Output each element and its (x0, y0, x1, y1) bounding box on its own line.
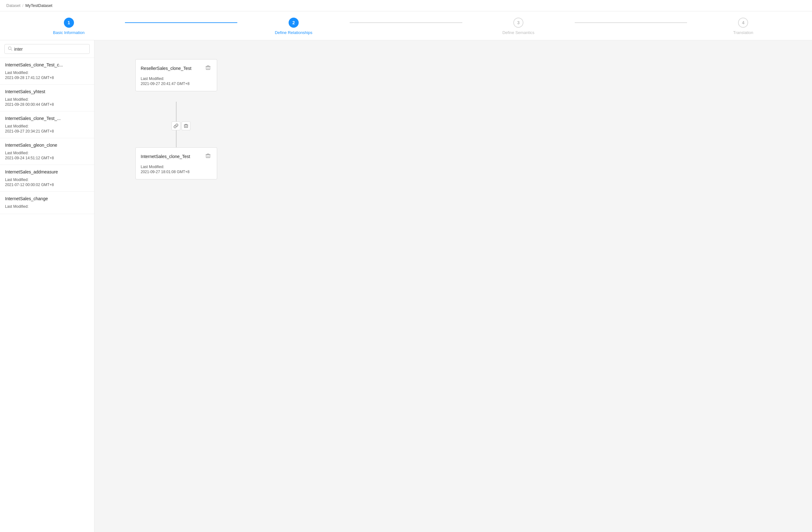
card-internet-modified-label: Last Modified: (141, 164, 212, 169)
search-input-wrapper[interactable] (4, 44, 90, 54)
sidebar-item-3[interactable]: InternetSales_gleon_clone Last Modified:… (0, 138, 94, 165)
search-icon (8, 46, 12, 52)
card-internet-header: InternetSales_clone_Test (141, 153, 212, 160)
card-reseller-header: ResellerSales_clone_Test (141, 64, 212, 72)
sidebar-item-label-2: Last Modified: (5, 124, 89, 128)
sidebar-list: InternetSales_clone_Test_c... Last Modif… (0, 58, 94, 532)
connector-actions (172, 121, 190, 130)
card-internet: InternetSales_clone_Test Last Modified: … (135, 147, 217, 179)
step-2-circle: 2 (289, 18, 299, 28)
sidebar-item-label-5: Last Modified: (5, 204, 89, 209)
search-box (0, 40, 94, 58)
sidebar: InternetSales_clone_Test_c... Last Modif… (0, 40, 95, 532)
step-3-circle: 3 (513, 18, 523, 28)
sidebar-item-label-4: Last Modified: (5, 177, 89, 182)
sidebar-item-label-1: Last Modified: (5, 97, 89, 102)
step-line-1 (125, 22, 237, 23)
sidebar-item-name-5: InternetSales_change (5, 196, 89, 201)
sidebar-item-name-1: InternetSales_yhtest (5, 89, 89, 94)
step-2-label: Define Relationships (275, 30, 312, 35)
card-internet-delete-button[interactable] (204, 153, 212, 160)
card-reseller-modified-date: 2021-09-27 20:41:47 GMT+8 (141, 82, 212, 86)
main-layout: InternetSales_clone_Test_c... Last Modif… (0, 40, 812, 532)
step-line-3 (575, 22, 687, 23)
sidebar-item-2[interactable]: InternetSales_clone_Test_... Last Modifi… (0, 112, 94, 138)
card-reseller: ResellerSales_clone_Test Last Modified: … (135, 59, 217, 91)
breadcrumb-separator: / (22, 3, 24, 8)
sidebar-item-label-0: Last Modified: (5, 71, 89, 75)
svg-rect-2 (185, 125, 188, 128)
breadcrumb-current: MyTestDataset (25, 3, 52, 8)
sidebar-item-5[interactable]: InternetSales_change Last Modified: (0, 192, 94, 214)
step-4-circle: 4 (738, 18, 748, 28)
breadcrumb: Dataset / MyTestDataset (0, 0, 812, 11)
sidebar-item-name-3: InternetSales_gleon_clone (5, 143, 89, 148)
step-2[interactable]: 2 Define Relationships (237, 18, 350, 35)
card-reseller-delete-button[interactable] (204, 64, 212, 72)
connector-delete-button[interactable] (182, 121, 190, 130)
stepper: 1 Basic Information 2 Define Relationshi… (0, 11, 812, 40)
sidebar-item-date-4: 2021-07-12 00:00:02 GMT+8 (5, 183, 89, 187)
sidebar-item-name-2: InternetSales_clone_Test_... (5, 116, 89, 121)
sidebar-item-name-0: InternetSales_clone_Test_c... (5, 62, 89, 67)
step-3-label: Define Semantics (502, 30, 534, 35)
step-3[interactable]: 3 Define Semantics (462, 18, 575, 35)
sidebar-item-date-0: 2021-09-28 17:41:12 GMT+8 (5, 75, 89, 80)
step-1-label: Basic Information (53, 30, 84, 35)
svg-rect-6 (206, 67, 210, 70)
card-reseller-modified-label: Last Modified: (141, 76, 212, 81)
step-4[interactable]: 4 Translation (687, 18, 799, 35)
step-line-2 (350, 22, 462, 23)
sidebar-item-4[interactable]: InternetSales_addmeasure Last Modified: … (0, 165, 94, 192)
card-internet-modified-date: 2021-09-27 18:01:08 GMT+8 (141, 170, 212, 174)
sidebar-item-label-3: Last Modified: (5, 151, 89, 155)
search-input[interactable] (14, 47, 86, 52)
sidebar-item-name-4: InternetSales_addmeasure (5, 169, 89, 174)
sidebar-item-date-2: 2021-09-27 20:34:21 GMT+8 (5, 129, 89, 133)
sidebar-item-date-3: 2021-09-24 14:51:12 GMT+8 (5, 156, 89, 160)
step-1[interactable]: 1 Basic Information (13, 18, 125, 35)
svg-line-1 (11, 49, 12, 51)
breadcrumb-parent[interactable]: Dataset (6, 3, 20, 8)
sidebar-item-date-1: 2021-09-28 00:00:44 GMT+8 (5, 102, 89, 107)
card-reseller-name: ResellerSales_clone_Test (141, 66, 191, 71)
canvas-area[interactable]: ResellerSales_clone_Test Last Modified: … (95, 40, 812, 532)
svg-rect-10 (206, 155, 210, 158)
card-internet-name: InternetSales_clone_Test (141, 154, 190, 159)
connector-link-button[interactable] (172, 121, 180, 130)
step-4-label: Translation (733, 30, 753, 35)
connector-svg (95, 40, 812, 532)
sidebar-item-1[interactable]: InternetSales_yhtest Last Modified: 2021… (0, 85, 94, 112)
sidebar-item-0[interactable]: InternetSales_clone_Test_c... Last Modif… (0, 58, 94, 85)
step-1-circle: 1 (64, 18, 74, 28)
